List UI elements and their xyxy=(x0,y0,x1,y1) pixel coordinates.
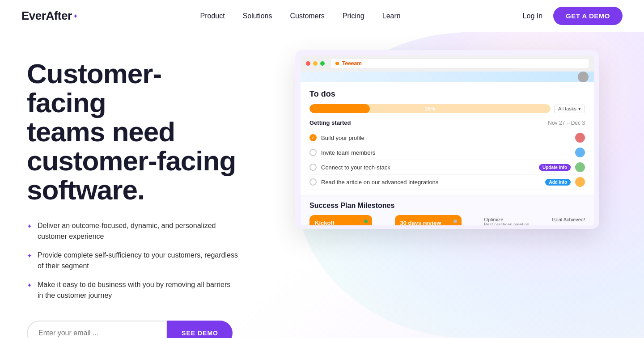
getting-started-label: Getting started xyxy=(309,119,351,126)
milestone-title-1: Kickoff xyxy=(315,220,367,225)
header-actions: Log In GET A DEMO xyxy=(523,7,623,25)
bullet-text-1: Deliver an outcome-focused, dynamic, and… xyxy=(38,220,238,242)
app-header-bar xyxy=(301,72,594,82)
task-row: Connect to your tech-stack Update info xyxy=(309,160,585,175)
milestones-section: Success Plan Milestones Kickoff Define s… xyxy=(301,195,594,225)
progress-bar-wrap: 25% xyxy=(309,104,551,113)
task-label-3: Connect to your tech-stack xyxy=(321,164,534,171)
nav-solutions[interactable]: Solutions xyxy=(243,12,272,20)
task-row: Read the article on our advanced integra… xyxy=(309,175,585,190)
milestone-text-4: Goal Achieved! xyxy=(552,217,585,222)
todos-title: To dos xyxy=(309,89,585,99)
all-tasks-button[interactable]: All tasks ▾ xyxy=(554,105,585,113)
date-range: Nov 27 – Dec 3 xyxy=(548,120,585,126)
milestone-card-1: Kickoff Define success criteria xyxy=(309,215,372,225)
task-avatar-4 xyxy=(575,177,585,187)
bullet-item-3: ✦ Make it easy to do business with you b… xyxy=(27,279,238,301)
all-tasks-label: All tasks xyxy=(558,106,576,111)
browser-dot-minimize xyxy=(313,61,318,66)
bullet-text-2: Provide complete self-sufficiency to you… xyxy=(38,250,238,271)
milestones-title: Success Plan Milestones xyxy=(309,202,585,210)
progress-percent: 25% xyxy=(425,106,435,111)
hero-title-line1: Customer-facing xyxy=(27,58,161,118)
milestone-title-2: 30 days review xyxy=(400,220,456,225)
task-avatar-1 xyxy=(575,133,585,143)
task-row: Build your profile xyxy=(309,131,585,145)
right-content: Teeeam To dos 25% xyxy=(259,32,644,338)
hero-title: Customer-facing teams need customer-faci… xyxy=(27,59,238,204)
milestone-card-2: 30 days review Review performance data xyxy=(395,215,462,225)
left-content: Customer-facing teams need customer-faci… xyxy=(0,32,259,338)
app-user-avatar xyxy=(578,72,589,82)
see-demo-button[interactable]: SEE DEMO xyxy=(167,321,233,338)
bullet-text-3: Make it easy to do business with you by … xyxy=(38,279,238,301)
logo-star: ✦ xyxy=(73,13,78,20)
progress-bar-fill xyxy=(309,104,370,113)
logo[interactable]: EverAfter ✦ xyxy=(21,9,78,23)
section-row: Getting started Nov 27 – Dec 3 xyxy=(309,119,585,126)
progress-row: 25% All tasks ▾ xyxy=(309,104,585,113)
login-button[interactable]: Log In xyxy=(523,12,542,20)
main-nav: Product Solutions Customers Pricing Lear… xyxy=(200,12,401,20)
task-badge-3: Update info xyxy=(539,164,571,171)
hero-title-line4: software. xyxy=(27,174,144,205)
app-body: To dos 25% All tasks ▾ Getting started xyxy=(301,72,594,225)
nav-learn[interactable]: Learn xyxy=(382,12,401,20)
email-input[interactable] xyxy=(38,329,156,337)
milestones-row: Kickoff Define success criteria MAY 06 xyxy=(309,215,585,225)
app-preview: Teeeam To dos 25% xyxy=(295,50,599,229)
task-badge-4: Add info xyxy=(545,179,571,186)
task-label-2: Invite team members xyxy=(321,149,571,156)
get-demo-button[interactable]: GET A DEMO xyxy=(553,7,623,25)
diamond-icon-1: ✦ xyxy=(27,222,32,231)
email-form: SEE DEMO xyxy=(27,321,233,338)
browser-dot-close xyxy=(306,61,310,66)
hero-title-line3: customer-facing xyxy=(27,145,236,176)
chevron-down-icon: ▾ xyxy=(578,106,581,112)
task-avatar-3 xyxy=(575,162,585,172)
task-checkbox-1[interactable] xyxy=(309,134,317,141)
task-avatar-2 xyxy=(575,148,585,157)
milestone-col-1: Kickoff Define success criteria MAY 06 xyxy=(309,215,372,225)
nav-product[interactable]: Product xyxy=(200,12,225,20)
bullet-item-2: ✦ Provide complete self-sufficiency to y… xyxy=(27,250,238,271)
milestone-col-4: Goal Achieved! JUN 25 xyxy=(552,215,585,225)
task-checkbox-2[interactable] xyxy=(309,149,317,156)
milestone-dot-2 xyxy=(453,220,457,223)
milestone-text-3: Optimize xyxy=(484,217,529,222)
hero-title-line2: teams need xyxy=(27,116,175,147)
milestone-dot-1 xyxy=(364,220,368,223)
diamond-icon-3: ✦ xyxy=(27,281,32,290)
task-checkbox-3[interactable] xyxy=(309,164,317,171)
milestone-subtext-3: Best practices meeting xyxy=(484,222,529,225)
milestone-col-3: Optimize Best practices meeting JUN 23 xyxy=(484,215,529,225)
logo-text: EverAfter xyxy=(21,9,72,23)
task-row: Invite team members xyxy=(309,145,585,160)
main-content: Customer-facing teams need customer-faci… xyxy=(0,32,644,338)
browser-bar: Teeeam xyxy=(301,55,594,72)
nav-customers[interactable]: Customers xyxy=(290,12,324,20)
browser-url: Teeeam xyxy=(331,59,589,68)
email-input-wrapper xyxy=(27,321,167,338)
bullet-list: ✦ Deliver an outcome-focused, dynamic, a… xyxy=(27,220,238,301)
nav-pricing[interactable]: Pricing xyxy=(343,12,364,20)
task-label-4: Read the article on our advanced integra… xyxy=(321,179,541,186)
teeeam-label: Teeeam xyxy=(342,60,362,67)
task-checkbox-4[interactable] xyxy=(309,178,317,186)
browser-dot-maximize xyxy=(320,61,325,66)
diamond-icon-2: ✦ xyxy=(27,251,32,261)
bullet-item-1: ✦ Deliver an outcome-focused, dynamic, a… xyxy=(27,220,238,242)
task-label-1: Build your profile xyxy=(321,135,571,141)
milestone-col-2: 30 days review Review performance data J… xyxy=(395,215,462,225)
todos-section: To dos 25% All tasks ▾ Getting started xyxy=(301,82,594,195)
header: EverAfter ✦ Product Solutions Customers … xyxy=(0,0,644,32)
teeeam-dot xyxy=(335,62,339,65)
